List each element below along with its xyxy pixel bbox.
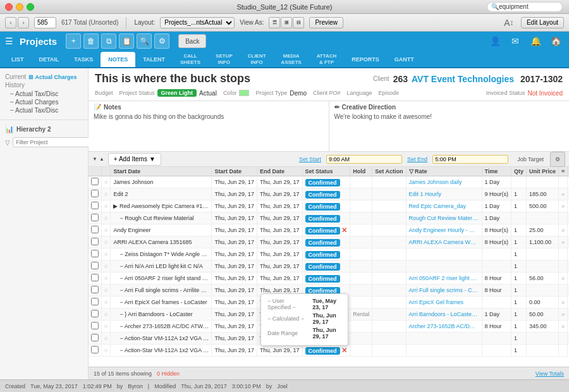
search-box[interactable]: 🔍	[487, 2, 563, 12]
sidebar-item-actual-charges[interactable]: − Actual Charges	[5, 98, 83, 106]
row-expand[interactable]: ○	[102, 248, 111, 260]
row-expand[interactable]: ○	[102, 321, 111, 333]
view-list-icon[interactable]: ☰	[269, 17, 280, 28]
row-expand[interactable]: ○	[102, 224, 111, 236]
row-expand[interactable]: ○	[102, 333, 111, 345]
tab-notes[interactable]: NOTES	[101, 52, 135, 67]
tab-setup-info[interactable]: SETUPINFO	[208, 52, 240, 67]
copy-action-button[interactable]: ⧉	[101, 34, 116, 49]
row-expand[interactable]: ○	[102, 260, 111, 273]
filter-input[interactable]	[13, 137, 90, 147]
row-set-action	[372, 309, 406, 321]
user-icon[interactable]: 👤	[487, 33, 503, 49]
tab-call-sheets[interactable]: CALLSHEETS	[173, 52, 208, 67]
titlebar-right: 🔍	[487, 2, 563, 12]
row-unit-price	[527, 333, 559, 345]
tab-talent[interactable]: TALENT	[135, 52, 173, 67]
search-input[interactable]	[499, 3, 556, 10]
row-expand[interactable]: ○	[102, 297, 111, 309]
home-icon[interactable]: 🏠	[548, 33, 564, 49]
tab-media-assets[interactable]: MEDIAASSETS	[274, 52, 309, 67]
row-set-action	[372, 200, 406, 212]
search-action-button[interactable]: 🔍	[137, 34, 152, 49]
table-header-row: Start Date Start Date End Date Set Statu…	[89, 167, 569, 176]
budget-label: Budget	[95, 90, 113, 96]
view-totals-button[interactable]: View Totals	[535, 371, 564, 377]
row-expand[interactable]: ○	[102, 188, 111, 200]
row-set-action	[372, 236, 406, 248]
view-grid-icon[interactable]: ⊞	[281, 17, 292, 28]
row-expand[interactable]: ○	[102, 345, 111, 357]
set-end-time-input[interactable]	[432, 155, 508, 164]
tab-client-info[interactable]: CLIENTINFO	[240, 52, 274, 67]
calculated-label: − Calculated −	[267, 315, 307, 322]
back-nav-button[interactable]: ‹	[5, 17, 16, 28]
project-type-value: Demo	[290, 90, 307, 97]
filter-action-button[interactable]: ⚙	[154, 34, 169, 49]
history-input[interactable]	[34, 17, 56, 28]
gear-icon[interactable]: ⚙	[550, 152, 565, 167]
back-button[interactable]: Back	[178, 34, 206, 48]
row-check[interactable]	[89, 200, 102, 212]
row-check[interactable]	[89, 260, 102, 273]
created-date: Tue, May 23, 2017	[30, 383, 78, 389]
close-button[interactable]	[5, 3, 13, 11]
menu-icon[interactable]: ☰	[5, 36, 13, 46]
row-time: 8 Hour	[482, 273, 511, 285]
delete-action-button[interactable]: 🗑	[83, 34, 99, 49]
row-expand[interactable]: ○	[102, 200, 111, 212]
tab-list[interactable]: LIST	[4, 52, 32, 67]
edit-layout-button[interactable]: Edit Layout	[521, 17, 564, 28]
date-popup: − User Specified − Tue, May 23, 17 − Cal…	[260, 293, 348, 346]
row-time: 8 Hour(s)	[482, 224, 511, 236]
row-expand[interactable]: ○	[102, 273, 111, 285]
tab-attach-ftp[interactable]: ATTACH& FTP	[309, 52, 345, 67]
paste-action-button[interactable]: 📋	[119, 34, 134, 49]
view-table-icon[interactable]: ⊟	[293, 17, 304, 28]
row-check[interactable]	[89, 333, 102, 345]
row-expand[interactable]: ○	[102, 285, 111, 297]
set-start-label[interactable]: Set Start	[299, 156, 321, 162]
mail-icon[interactable]: ✉	[507, 33, 523, 49]
row-check[interactable]	[89, 236, 102, 248]
bell-icon[interactable]: 🔔	[527, 33, 544, 49]
layout-select[interactable]: Projects_...ntsActual	[160, 17, 235, 28]
row-check[interactable]	[89, 273, 102, 285]
row-check[interactable]	[89, 212, 102, 224]
row-expand[interactable]: ○	[102, 212, 111, 224]
row-check[interactable]	[89, 176, 102, 188]
row-start: Thu, Jun 29, 17	[212, 285, 257, 297]
row-eq: =	[559, 297, 568, 309]
set-end-label[interactable]: Set End	[407, 156, 427, 162]
add-action-button[interactable]: +	[66, 34, 81, 49]
maximize-button[interactable]	[27, 3, 34, 11]
row-check[interactable]	[89, 224, 102, 236]
set-start-time-input[interactable]	[326, 155, 402, 164]
sidebar-item-actual-tax2[interactable]: − Actual Tax/Disc	[5, 106, 83, 114]
row-set-action	[372, 297, 406, 309]
row-check[interactable]	[89, 285, 102, 297]
sidebar-item-actual-tax1[interactable]: − Actual Tax/Disc	[5, 90, 83, 98]
tab-gantt[interactable]: GANTT	[387, 52, 422, 67]
tab-reports[interactable]: REPORTS	[344, 52, 387, 67]
row-time: 8 Hour(s)	[482, 236, 511, 248]
row-check[interactable]	[89, 309, 102, 321]
font-size-icon[interactable]: A↕	[501, 15, 517, 31]
row-check[interactable]	[89, 321, 102, 333]
row-expand[interactable]: ○	[102, 176, 111, 188]
minimize-button[interactable]	[16, 3, 23, 11]
row-expand[interactable]: ○	[102, 236, 111, 248]
forward-nav-button[interactable]: ›	[18, 17, 29, 28]
row-check[interactable]	[89, 188, 102, 200]
row-check[interactable]	[89, 248, 102, 260]
row-name: − Action-Star VM-112A 1x2 VGA DA 03031	[111, 333, 212, 345]
row-check[interactable]	[89, 345, 102, 357]
tab-tasks[interactable]: TASKS	[66, 52, 101, 67]
row-name: − } Arri Barndoors - LoCaster	[111, 309, 212, 321]
row-check[interactable]	[89, 297, 102, 309]
add-items-button[interactable]: + Add Items ▼	[108, 153, 161, 166]
preview-button[interactable]: Preview	[309, 17, 343, 28]
app-toolbar-actions: + 🗑 ⧉ 📋 🔍 ⚙	[66, 34, 169, 49]
tab-detail[interactable]: DETAIL	[32, 52, 67, 67]
row-expand[interactable]: ○	[102, 309, 111, 321]
